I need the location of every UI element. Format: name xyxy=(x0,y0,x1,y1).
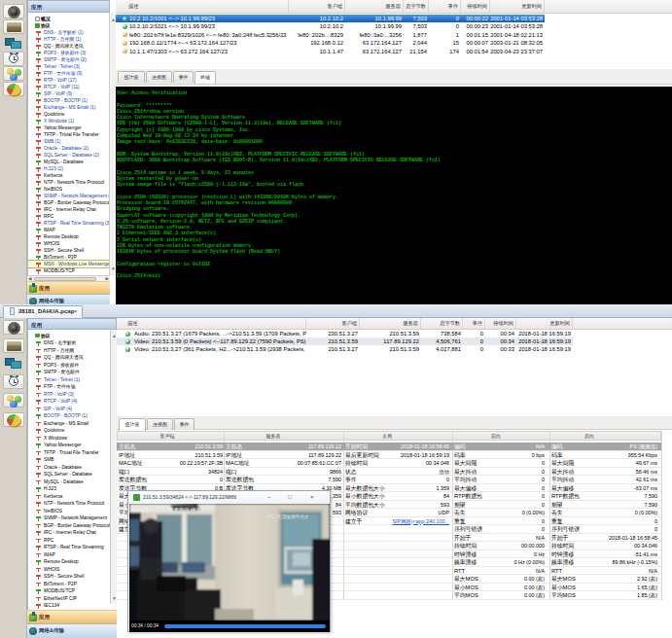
svg-text:世茂滨江 南京: 世茂滨江 南京 xyxy=(278,610,308,616)
svg-text:IPC 世茂绿洲平共才: IPC 世茂绿洲平共才 xyxy=(267,514,309,519)
svg-text:18-01-18 17:21:15 星期四 楼道门: 18-01-18 17:21:15 星期四 楼道门 xyxy=(131,507,205,513)
